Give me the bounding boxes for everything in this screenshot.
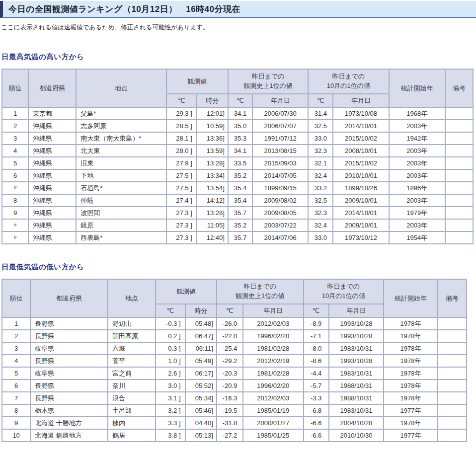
station-cell: 西表島* — [76, 231, 166, 244]
start-year-cell: 2003年 — [389, 219, 445, 231]
observed-temp-cell: 28.0 ] — [166, 145, 197, 157]
prefecture-cell: 栃木県 — [30, 404, 108, 417]
record-temp-cell: 35.2 — [228, 219, 252, 231]
table-row: 3岐阜県六厩0.3 ]06:11]-25.41981/02/28-8.01983… — [2, 342, 467, 355]
record-date-cell: 2000/01/27 — [243, 417, 304, 429]
start-year-cell: 2003年 — [389, 120, 445, 132]
rank-cell: 〃 — [2, 182, 28, 194]
record-date-cell: 1981/02/28 — [243, 342, 304, 355]
record-date-cell: 2003/07/22 — [252, 219, 308, 231]
october-date-cell: 1988/10/31 — [329, 379, 384, 392]
observed-time-cell: 05:52] — [185, 379, 217, 392]
header-prefecture: 都道府県 — [30, 279, 108, 317]
observed-time-cell: 13:28] — [197, 207, 228, 219]
october-temp-cell: -6.8 — [304, 404, 329, 417]
prefecture-cell: 沖縄県 — [28, 194, 76, 207]
station-cell: 旧東 — [76, 157, 166, 169]
header-october-line2: 10月の1位の値 — [309, 81, 388, 91]
station-cell: 下地 — [76, 169, 166, 182]
header-rank: 順位 — [2, 69, 28, 107]
remarks-cell — [445, 120, 473, 132]
table-row: 3沖縄県南大東（南大東島）*28.1 ]13:36]35.31991/07/12… — [2, 132, 473, 145]
record-date-cell: 1996/02/20 — [243, 379, 304, 392]
table-row: 9沖縄県波照間27.3 ]13:28]35.72009/08/0532.3201… — [2, 207, 473, 219]
max-temp-table-header: 順位 都道府県 地点 観測値 昨日までの 観測史上1位の値 昨日までの 10月の… — [2, 69, 473, 107]
header-record-line2: 観測史上1位の値 — [229, 81, 307, 91]
prefecture-cell: 沖縄県 — [28, 120, 76, 132]
prefecture-cell: 北海道 釧路地方 — [30, 429, 108, 442]
october-date-cell: 1993/10/28 — [329, 317, 384, 330]
start-year-cell: 1978年 — [384, 417, 437, 429]
record-temp-cell: -16.3 — [217, 392, 243, 404]
october-temp-cell: 31.4 — [308, 107, 333, 120]
observed-temp-cell: 29.3 ] — [166, 107, 197, 120]
header-unit-temp: ℃ — [217, 304, 243, 317]
october-date-cell: 1983/10/31 — [329, 342, 384, 355]
start-year-cell: 1978年 — [384, 355, 437, 367]
station-cell: 六厩 — [108, 342, 156, 355]
october-temp-cell: -7.1 — [304, 330, 329, 342]
record-temp-cell: 35.7 — [228, 207, 252, 219]
record-temp-cell: -20.3 — [217, 367, 243, 379]
header-unit-temp: ℃ — [156, 304, 185, 317]
section-title-max-temp: 日最高気温の高い方から — [1, 52, 476, 62]
record-temp-cell: 33.5 — [228, 157, 252, 169]
record-date-cell: 2009/08/02 — [252, 194, 308, 207]
start-year-cell: 1978年 — [384, 379, 437, 392]
table-row: 2長野県開田高原0.2 ]06:47]-22.01996/02/20-7.119… — [2, 330, 467, 342]
table-row: 〃沖縄県西表島*27.3 ]12:40]35.72014/07/0633.019… — [2, 231, 473, 244]
rank-cell: 〃 — [2, 219, 28, 231]
october-date-cell: 1973/10/12 — [333, 231, 389, 244]
station-cell: 仲筋 — [76, 194, 166, 207]
table-row: 6長野県奈川3.0 ]05:52]-20.91996/02/20-5.71988… — [2, 379, 467, 392]
remarks-cell — [445, 132, 473, 145]
prefecture-cell: 沖縄県 — [28, 169, 76, 182]
start-year-cell: 1978年 — [384, 317, 437, 330]
record-date-cell: 2009/08/05 — [252, 207, 308, 219]
station-cell: 父島* — [76, 107, 166, 120]
remarks-cell — [445, 207, 473, 219]
october-temp-cell: -4.4 — [304, 367, 329, 379]
october-date-cell: 2009/10/01 — [333, 219, 389, 231]
station-cell: 北大東 — [76, 145, 166, 157]
header-october-record-value: 昨日までの 10月の1位の値 — [304, 279, 384, 304]
table-row: 〃沖縄県鏡原27.3 ]11:05]35.22003/07/2232.42009… — [2, 219, 473, 231]
remarks-cell — [438, 392, 467, 404]
october-temp-cell: 32.5 — [308, 194, 333, 207]
record-temp-cell: -27.2 — [217, 429, 243, 442]
observed-time-cell: 11:05] — [197, 219, 228, 231]
remarks-cell — [438, 379, 467, 392]
rank-cell: 4 — [2, 145, 28, 157]
record-temp-cell: -22.0 — [217, 330, 243, 342]
record-temp-cell: -29.2 — [217, 355, 243, 367]
header-unit-temp: ℃ — [304, 304, 329, 317]
observed-temp-cell: 3.1 ] — [156, 392, 185, 404]
observed-temp-cell: 27.5 ] — [166, 169, 197, 182]
table-row: 1長野県野辺山-0.3 ]05:48]-26.02012/02/03-8.919… — [2, 317, 467, 330]
start-year-cell: 1977年 — [384, 429, 437, 442]
station-cell: 開田高原 — [108, 330, 156, 342]
min-temp-table-header: 順位 都道府県 地点 観測値 昨日までの 観測史上1位の値 昨日までの 10月の… — [2, 279, 467, 317]
table-row: 8沖縄県仲筋27.4 ]14:12]35.42009/08/0232.52009… — [2, 194, 473, 207]
remarks-cell — [438, 317, 467, 330]
station-cell: 鏡原 — [76, 219, 166, 231]
header-remarks: 備考 — [438, 279, 467, 317]
header-observed-value: 観測値 — [156, 279, 217, 304]
october-temp-cell: -8.0 — [304, 342, 329, 355]
observed-time-cell: 12:40] — [197, 231, 228, 244]
observed-time-cell: 05:49] — [185, 355, 217, 367]
record-date-cell: 2015/09/03 — [252, 157, 308, 169]
observed-temp-cell: 0.3 ] — [156, 342, 185, 355]
prefecture-cell: 沖縄県 — [28, 157, 76, 169]
observed-time-cell: 06:47] — [185, 330, 217, 342]
prefecture-cell: 長野県 — [30, 392, 108, 404]
prefecture-cell: 沖縄県 — [28, 219, 76, 231]
header-unit-temp: ℃ — [308, 94, 333, 107]
header-unit-date: 年月日 — [243, 304, 304, 317]
rank-cell: 5 — [2, 157, 28, 169]
table-row: 5沖縄県旧東27.9 ]13:28]33.52015/09/0332.12015… — [2, 157, 473, 169]
max-temp-table: 順位 都道府県 地点 観測値 昨日までの 観測史上1位の値 昨日までの 10月の… — [1, 69, 474, 244]
start-year-cell: 2003年 — [389, 169, 445, 182]
start-year-cell: 1968年 — [389, 107, 445, 120]
record-date-cell: 2013/08/15 — [252, 145, 308, 157]
